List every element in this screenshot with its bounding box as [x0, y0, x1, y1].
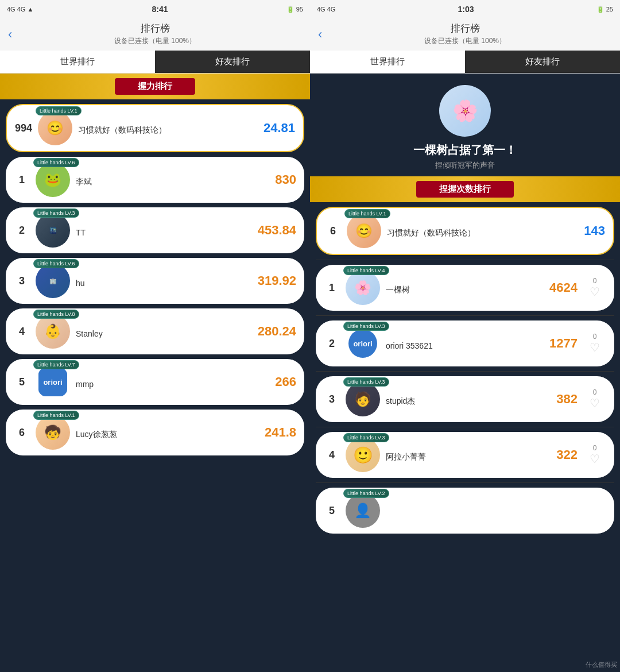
left-rank2-avatar: 🌃	[36, 213, 70, 248]
left-rank1-avatar: 🐸	[36, 163, 70, 197]
right-rank2-score: 1277	[537, 336, 578, 351]
left-rank2-badge: Little hands LV.3	[33, 208, 79, 218]
right-my-avatar: 😊	[347, 214, 381, 248]
right-status-bar: 4G 4G 1:03 🔋 25	[310, 0, 620, 18]
right-rank2-heart[interactable]: 0 ♡	[583, 333, 606, 354]
left-leaderboard[interactable]: 994 😊 Little hands LV.1 习惯就好（数码科技论） 24.8…	[0, 99, 310, 672]
left-rank4-avatar-wrap: 👶 Little hands LV.8	[36, 314, 70, 349]
left-my-avatar-wrap: 😊 Little hands LV.1	[38, 111, 72, 145]
left-tab-friends[interactable]: 好友排行	[155, 51, 310, 73]
right-rank1-heart[interactable]: 0 ♡	[583, 277, 606, 299]
left-rank6-entry: 6 🧒 Little hands LV.1 Lucy徐葱葱 241.8	[6, 410, 304, 455]
right-rank4-username: 阿拉小菁菁	[386, 452, 532, 462]
right-rank2-num: 2	[324, 338, 340, 350]
left-rank5-avatar: oriori	[36, 365, 70, 399]
right-time: 1:03	[458, 5, 474, 14]
left-time: 8:41	[152, 5, 168, 14]
right-divider4	[316, 427, 614, 427]
left-subtitle: 设备已连接（电量 100%）	[0, 36, 310, 46]
right-battery: 🔋 25	[596, 6, 613, 13]
right-rank4-avatar: 🙂	[346, 438, 380, 472]
right-my-username: 习惯就好（数码科技论）	[387, 228, 559, 238]
right-rank2-avatar-wrap: oriori Little hands LV.3	[346, 326, 380, 361]
right-rank1-badge: Little hands LV.4	[343, 266, 389, 275]
right-tab-world[interactable]: 世界排行	[310, 51, 465, 73]
right-rank4-heart[interactable]: 0 ♡	[583, 444, 606, 466]
right-rank4-entry: 4 🙂 Little hands LV.3 阿拉小菁菁 322 0 ♡	[316, 432, 614, 478]
right-rank2-entry: 2 oriori Little hands LV.3 oriori 353621…	[316, 320, 614, 366]
left-rank3-user-info: hu	[76, 274, 250, 288]
right-rank3-badge: Little hands LV.3	[343, 377, 389, 387]
right-rank2-username: oriori 353621	[386, 341, 532, 350]
right-rank2-badge: Little hands LV.3	[343, 322, 389, 331]
right-rank4-heart-count: 0	[593, 444, 597, 452]
right-header: ‹ 排行榜 设备已连接（电量 100%）	[310, 18, 620, 51]
right-rank2-user-info: oriori 353621	[386, 337, 532, 350]
right-rank3-num: 3	[324, 393, 340, 405]
left-rank6-badge: Little hands LV.1	[33, 411, 79, 420]
right-rank2-avatar: oriori	[346, 326, 380, 361]
champion-avatar: 🌸	[439, 85, 491, 137]
left-rank1-username: 李斌	[76, 177, 250, 187]
right-my-rank-num: 6	[325, 225, 341, 237]
left-rank6-avatar: 🧒	[36, 415, 70, 450]
watermark: 什么值得买	[586, 661, 617, 669]
left-rank3-num: 3	[14, 275, 30, 287]
left-rank4-score: 280.24	[256, 324, 296, 339]
left-rank5-user-info: mmp	[76, 375, 250, 389]
right-rank3-avatar-wrap: 🧑 Little hands LV.3	[346, 382, 380, 416]
right-rank4-user-info: 阿拉小菁菁	[386, 447, 532, 462]
right-back-button[interactable]: ‹	[318, 27, 322, 42]
left-signal: 4G 4G ▲	[7, 6, 33, 13]
left-rank6-num: 6	[14, 427, 30, 439]
right-rank5-badge: Little hands LV.2	[343, 489, 389, 498]
right-rank4-score: 322	[537, 447, 578, 462]
right-rank1-num: 1	[324, 282, 340, 294]
left-section-header: 握力排行	[0, 74, 310, 99]
left-tabs: 世界排行 好友排行	[0, 51, 310, 74]
right-rank1-username: 一棵树	[386, 285, 532, 295]
right-tabs: 世界排行 好友排行	[310, 51, 620, 74]
right-rank1-score: 4624	[537, 280, 578, 295]
right-rank3-heart[interactable]: 0 ♡	[583, 388, 606, 410]
right-divider3	[316, 371, 614, 372]
left-rank1-entry: 1 🐸 Little hands LV.6 李斌 830	[6, 157, 304, 203]
right-subtitle: 设备已连接（电量 100%）	[310, 36, 620, 46]
champion-subtitle: 捏倾听冠军的声音	[435, 160, 495, 171]
right-rank3-heart-icon: ♡	[590, 396, 600, 410]
left-rank1-user-info: 李斌	[76, 172, 250, 187]
right-my-badge: Little hands LV.1	[344, 209, 390, 218]
left-battery: 🔋 95	[286, 6, 303, 13]
left-rank1-score: 830	[256, 172, 296, 187]
left-rank3-badge: Little hands LV.6	[33, 259, 79, 268]
left-rank6-avatar-wrap: 🧒 Little hands LV.1	[36, 415, 70, 450]
left-status-bar: 4G 4G ▲ 8:41 🔋 95	[0, 0, 310, 18]
left-rank3-avatar: 🏢	[36, 264, 70, 298]
left-rank4-username: Stanley	[76, 329, 250, 338]
right-rank2-heart-icon: ♡	[590, 341, 600, 354]
left-header: ‹ 排行榜 设备已连接（电量 100%）	[0, 18, 310, 51]
right-rank5-avatar: 👤	[346, 493, 380, 528]
left-rank2-score: 453.84	[256, 223, 296, 238]
right-rank3-username: stupid杰	[386, 396, 532, 407]
left-rank5-score: 266	[256, 374, 296, 389]
right-rank5-entry: 5 👤 Little hands LV.2	[316, 488, 614, 534]
left-tab-world[interactable]: 世界排行	[0, 51, 155, 73]
left-my-rank-entry: 994 😊 Little hands LV.1 习惯就好（数码科技论） 24.8…	[6, 104, 304, 152]
left-rank4-user-info: Stanley	[76, 325, 250, 338]
left-rank4-badge: Little hands LV.8	[33, 310, 79, 319]
right-panel: 4G 4G 1:03 🔋 25 ‹ 排行榜 设备已连接（电量 100%） 世界排…	[310, 0, 620, 672]
left-rank5-username: mmp	[76, 380, 250, 389]
right-leaderboard[interactable]: 6 😊 Little hands LV.1 习惯就好（数码科技论） 143 1 …	[310, 202, 620, 672]
right-section-header: 捏握次数排行	[310, 176, 620, 202]
right-signal: 4G 4G	[317, 6, 335, 13]
left-rank6-score: 241.8	[256, 425, 296, 440]
left-my-avatar: 😊	[38, 111, 72, 145]
right-tab-friends[interactable]: 好友排行	[465, 51, 620, 73]
left-page-title: 排行榜	[0, 22, 310, 35]
champion-section: 🌸 一棵树占据了第一！ 捏倾听冠军的声音	[310, 74, 620, 176]
left-back-button[interactable]: ‹	[8, 27, 12, 42]
left-my-rank-num: 994	[15, 122, 32, 134]
left-rank6-user-info: Lucy徐葱葱	[76, 425, 250, 440]
right-my-user-info: 习惯就好（数码科技论）	[387, 223, 559, 238]
